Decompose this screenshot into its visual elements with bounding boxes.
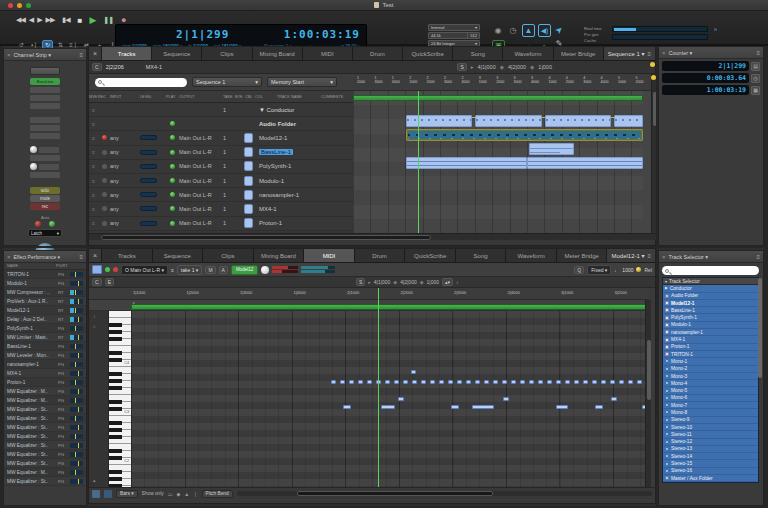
midi-note[interactable] <box>637 380 642 384</box>
track-row[interactable]: ≡anyMain Out L-R1Proton-1 <box>89 217 353 231</box>
send-knob[interactable] <box>30 163 37 170</box>
piano-view-icon[interactable] <box>92 490 100 498</box>
selection-start[interactable]: 4|1|000 <box>478 64 496 70</box>
track-color-swatch[interactable] <box>244 161 253 171</box>
selector-item-mono-8[interactable]: Mono-8 <box>663 409 758 416</box>
track-color-swatch[interactable] <box>92 265 102 274</box>
effect-row[interactable]: MW Equalizer : St..PG <box>4 405 86 414</box>
midi-note[interactable] <box>466 380 471 384</box>
output-cell[interactable]: Main Out L-R <box>179 163 223 169</box>
tab-mixing-board[interactable]: Mixing Board <box>254 249 305 262</box>
send-slot[interactable] <box>30 117 60 123</box>
selector-item-stereo-9[interactable]: Stereo-9 <box>663 417 758 424</box>
midi-marker-lane[interactable]: ▸ <box>89 300 649 311</box>
midi-note[interactable] <box>398 397 404 401</box>
zoom-tool-icon[interactable]: ⌕ <box>93 323 96 330</box>
tracks-horizontal-scrollbar[interactable] <box>89 233 657 240</box>
playhead-tracks[interactable] <box>418 91 419 237</box>
output-dropdown[interactable]: O Main Out L-R ▾ <box>121 265 168 275</box>
pause-button[interactable]: ❚❚ <box>103 16 113 24</box>
record-arm-dot[interactable] <box>102 192 107 197</box>
play-button[interactable]: ▶ <box>89 15 95 25</box>
track-row[interactable]: ≡anyMain Out L-R1BassLine-1 <box>89 146 353 160</box>
midi-note[interactable] <box>381 405 395 409</box>
auto-play-led[interactable] <box>49 221 55 227</box>
show-pedal-icon[interactable]: ❘ <box>193 491 197 497</box>
track-color-swatch[interactable] <box>244 133 253 143</box>
selector-item-triton-1[interactable]: TRITON-1 <box>663 351 758 358</box>
send-slot[interactable] <box>30 172 60 178</box>
counter-chip[interactable]: C <box>92 278 102 286</box>
note-value-icon[interactable]: ♩ <box>614 267 619 273</box>
midi-note[interactable] <box>331 380 336 384</box>
midi-note[interactable] <box>610 380 615 384</box>
stepper-control[interactable]: ▴▾ <box>442 278 453 286</box>
midi-note[interactable] <box>475 380 480 384</box>
selector-item-stereo-16[interactable]: Stereo-16 <box>663 468 758 475</box>
close-icon[interactable]: × <box>662 50 666 56</box>
output-cell[interactable]: Main Out L-R <box>179 178 223 184</box>
grid-mode-dropdown[interactable]: Fixed ▾ <box>587 265 611 275</box>
effect-row[interactable]: Model12-1RT <box>4 306 86 315</box>
fast-forward-button[interactable]: ▶▶ <box>46 16 55 24</box>
tab-midi[interactable]: MIDI <box>304 249 355 262</box>
column-header-mve[interactable]: MVE <box>89 95 98 99</box>
record-arm-dot[interactable] <box>102 178 107 183</box>
black-key[interactable] <box>109 435 122 439</box>
effect-row[interactable]: MW Equalizer : St..PG <box>4 477 86 486</box>
play-enable-dot[interactable] <box>170 164 175 169</box>
column-header-take[interactable]: TAKE <box>223 95 235 99</box>
play-enable-dot[interactable] <box>170 135 175 140</box>
midi-note[interactable] <box>493 380 498 384</box>
play-enable-led[interactable] <box>105 267 110 272</box>
channel-track-label[interactable]: BassLine <box>30 78 60 85</box>
scrollbar-thumb[interactable] <box>758 278 762 378</box>
track-row[interactable]: ≡anyMain Out L-R1Modulo-1 <box>89 174 353 188</box>
clip-model121[interactable] <box>475 115 542 127</box>
record-arm-dot[interactable] <box>102 150 107 155</box>
counter-chip[interactable]: C <box>92 63 102 71</box>
midi-note[interactable] <box>403 380 408 384</box>
track-name[interactable]: Modulo-1 <box>257 178 353 184</box>
midi-note[interactable] <box>411 370 416 374</box>
track-row[interactable]: ≡1▼ Conductor <box>89 103 353 117</box>
counter-header[interactable]: × Counter ▾ ≡ <box>659 47 763 59</box>
track-selector-header[interactable]: × Track Selector ▾ ≡ <box>659 251 763 263</box>
tab-midi[interactable]: MIDI <box>303 47 353 60</box>
output-cell[interactable]: Main Out L-R <box>179 206 223 212</box>
black-key[interactable] <box>109 400 122 404</box>
midi-note[interactable] <box>529 380 534 384</box>
smpte-counter[interactable]: 1:00:03:19 <box>284 28 360 41</box>
effect-row[interactable]: TRITON-1PG <box>4 270 86 279</box>
take-cell[interactable]: 1 <box>223 149 235 155</box>
midi-note[interactable] <box>484 380 489 384</box>
selector-item-bassline-1[interactable]: BassLine-1 <box>663 307 758 314</box>
selector-item-stereo-14[interactable]: Stereo-14 <box>663 453 758 460</box>
column-header-play[interactable]: PLAY <box>166 95 179 99</box>
midi-note[interactable] <box>385 380 390 384</box>
move-handle[interactable]: ≡ <box>89 149 98 155</box>
output-cell[interactable]: Main Out L-R <box>179 135 223 141</box>
midi-note[interactable] <box>595 405 603 409</box>
selector-item-model12-1[interactable]: Model12-1 <box>663 300 758 307</box>
tab-drum[interactable]: Drum <box>355 249 406 262</box>
midi-note[interactable] <box>367 380 372 384</box>
rec-button[interactable]: rec <box>30 203 60 210</box>
selector-item-mono-6[interactable]: Mono-6 <box>663 395 758 402</box>
effect-row[interactable]: MW Equalizer : M..PG <box>4 396 86 405</box>
tab-song[interactable]: Song <box>453 47 503 60</box>
tab-sequence[interactable]: Sequence <box>152 47 202 60</box>
record-enable-led[interactable] <box>113 267 118 272</box>
tab-waveform[interactable]: Waveform <box>506 249 557 262</box>
input-cell[interactable]: any <box>110 135 140 141</box>
output-cell[interactable]: Main Out L-R <box>179 149 223 155</box>
midi-note[interactable] <box>547 380 552 384</box>
clip-polysynth1[interactable] <box>529 143 574 155</box>
black-key[interactable] <box>109 351 122 355</box>
selector-item-proton-1[interactable]: Proton-1 <box>663 344 758 351</box>
stop-button[interactable]: ■ <box>78 16 82 25</box>
show-notes-icon[interactable]: ▭ <box>168 491 173 497</box>
track-row[interactable]: ≡anyMain Out L-R1nanosampler-1 <box>89 188 353 202</box>
midi-note[interactable] <box>448 380 453 384</box>
selection-length[interactable]: 1|000 <box>538 64 552 70</box>
